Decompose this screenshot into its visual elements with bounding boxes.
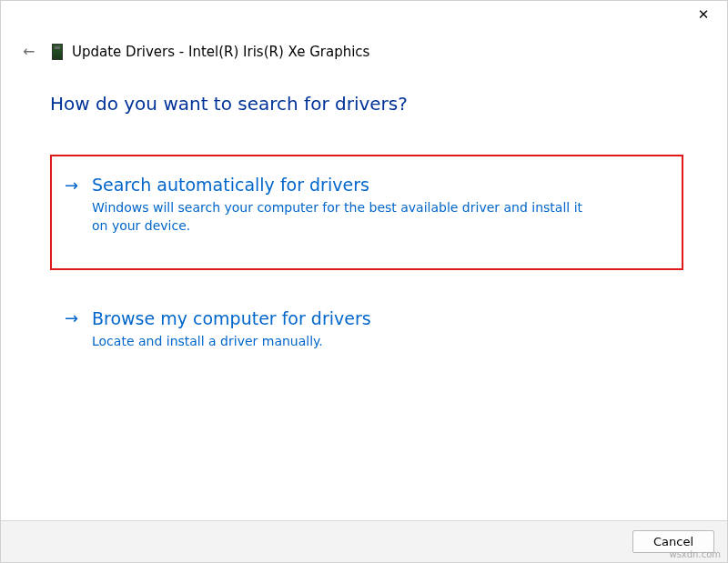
content-area: How do you want to search for drivers? →…	[1, 60, 727, 520]
option-title: Browse my computer for drivers	[92, 308, 371, 328]
window-title: Update Drivers - Intel(R) Iris(R) Xe Gra…	[72, 44, 369, 60]
arrow-right-icon: →	[65, 176, 83, 195]
option-description: Windows will search your computer for th…	[92, 198, 602, 236]
option-browse-computer[interactable]: → Browse my computer for drivers Locate …	[50, 292, 683, 370]
header-title-group: Update Drivers - Intel(R) Iris(R) Xe Gra…	[52, 44, 369, 60]
header: ← Update Drivers - Intel(R) Iris(R) Xe G…	[1, 30, 727, 60]
arrow-right-icon: →	[65, 308, 83, 327]
close-button[interactable]: ✕	[693, 6, 714, 23]
titlebar: ✕	[1, 1, 727, 30]
footer: Cancel	[1, 520, 727, 562]
back-button[interactable]: ←	[23, 43, 39, 60]
option-head: → Search automatically for drivers	[65, 175, 662, 195]
option-head: → Browse my computer for drivers	[65, 308, 663, 328]
main-heading: How do you want to search for drivers?	[50, 93, 683, 115]
option-title: Search automatically for drivers	[92, 175, 369, 195]
option-search-automatically[interactable]: → Search automatically for drivers Windo…	[50, 155, 683, 270]
update-drivers-dialog: ✕ ← Update Drivers - Intel(R) Iris(R) Xe…	[0, 0, 728, 563]
device-icon	[52, 44, 63, 60]
watermark: wsxdn.com	[669, 549, 721, 559]
option-description: Locate and install a driver manually.	[92, 332, 602, 350]
